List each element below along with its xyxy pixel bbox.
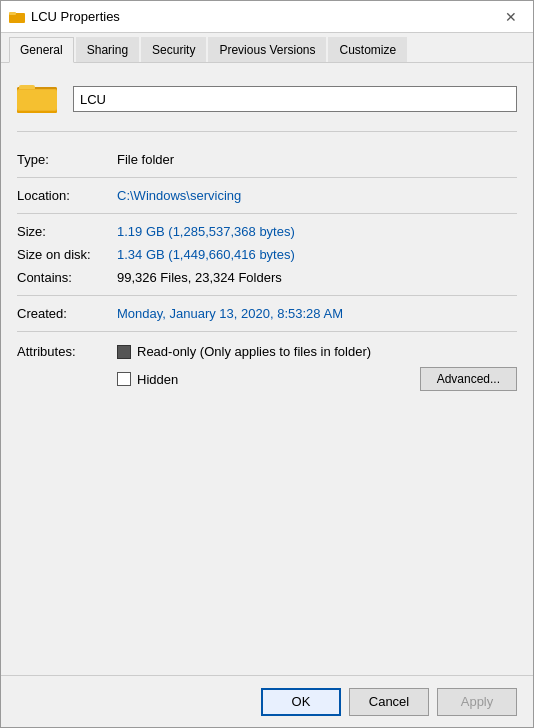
advanced-button[interactable]: Advanced... xyxy=(420,367,517,391)
folder-name-row xyxy=(17,79,517,132)
hidden-row: Hidden Advanced... xyxy=(117,367,517,391)
tab-customize[interactable]: Customize xyxy=(328,37,407,62)
title-bar-text: LCU Properties xyxy=(31,9,497,24)
prop-size-disk-value: 1.34 GB (1,449,660,416 bytes) xyxy=(117,247,517,262)
prop-size-disk-row: Size on disk: 1.34 GB (1,449,660,416 byt… xyxy=(17,243,517,266)
prop-size-label: Size: xyxy=(17,224,117,239)
title-bar: LCU Properties ✕ xyxy=(1,1,533,33)
prop-type-value: File folder xyxy=(117,152,517,167)
prop-contains-row: Contains: 99,326 Files, 23,324 Folders xyxy=(17,266,517,289)
prop-location-label: Location: xyxy=(17,188,117,203)
readonly-checkbox[interactable] xyxy=(117,345,131,359)
cancel-button[interactable]: Cancel xyxy=(349,688,429,716)
tab-previous-versions[interactable]: Previous Versions xyxy=(208,37,326,62)
prop-created-label: Created: xyxy=(17,306,117,321)
readonly-label: Read-only (Only applies to files in fold… xyxy=(137,344,371,359)
folder-name-input[interactable] xyxy=(73,86,517,112)
tab-bar: General Sharing Security Previous Versio… xyxy=(1,33,533,63)
prop-type-row: Type: File folder xyxy=(17,148,517,171)
hidden-label: Hidden xyxy=(137,372,178,387)
apply-button[interactable]: Apply xyxy=(437,688,517,716)
prop-size-disk-label: Size on disk: xyxy=(17,247,117,262)
prop-size-row: Size: 1.19 GB (1,285,537,368 bytes) xyxy=(17,220,517,243)
attributes-label: Attributes: xyxy=(17,344,117,359)
readonly-row: Read-only (Only applies to files in fold… xyxy=(117,344,517,359)
ok-button[interactable]: OK xyxy=(261,688,341,716)
prop-location-row: Location: C:\Windows\servicing xyxy=(17,184,517,207)
title-bar-folder-icon xyxy=(9,9,25,25)
attributes-controls: Read-only (Only applies to files in fold… xyxy=(117,344,517,399)
prop-type-label: Type: xyxy=(17,152,117,167)
hidden-checkbox[interactable] xyxy=(117,372,131,386)
bottom-bar: OK Cancel Apply xyxy=(1,675,533,727)
properties-table: Type: File folder Location: C:\Windows\s… xyxy=(17,148,517,332)
attributes-row: Attributes: Read-only (Only applies to f… xyxy=(17,340,517,403)
prop-size-value: 1.19 GB (1,285,537,368 bytes) xyxy=(117,224,517,239)
properties-window: LCU Properties ✕ General Sharing Securit… xyxy=(0,0,534,728)
tab-security[interactable]: Security xyxy=(141,37,206,62)
prop-created-value: Monday, January 13, 2020, 8:53:28 AM xyxy=(117,306,517,321)
tab-general[interactable]: General xyxy=(9,37,74,63)
prop-contains-label: Contains: xyxy=(17,270,117,285)
tab-sharing[interactable]: Sharing xyxy=(76,37,139,62)
prop-created-row: Created: Monday, January 13, 2020, 8:53:… xyxy=(17,302,517,325)
svg-rect-1 xyxy=(9,12,16,15)
attributes-section: Attributes: Read-only (Only applies to f… xyxy=(17,340,517,403)
prop-location-value: C:\Windows\servicing xyxy=(117,188,517,203)
close-button[interactable]: ✕ xyxy=(497,3,525,31)
svg-rect-7 xyxy=(17,90,57,110)
main-content: Type: File folder Location: C:\Windows\s… xyxy=(1,63,533,675)
prop-contains-value: 99,326 Files, 23,324 Folders xyxy=(117,270,517,285)
folder-large-icon xyxy=(17,79,57,119)
